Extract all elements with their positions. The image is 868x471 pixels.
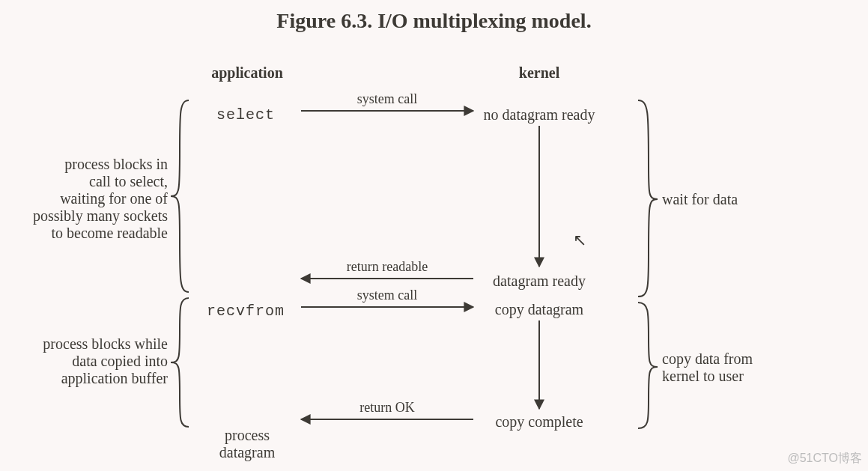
diagram-stage: { "title": "Figure 6.3. I/O multiplexing… — [0, 0, 868, 471]
left-upper-brace-path — [171, 100, 189, 292]
right-lower-brace-path — [638, 303, 658, 428]
left-lower-brace-path — [171, 298, 189, 427]
diagram-svg — [0, 0, 868, 471]
right-upper-brace-path — [638, 100, 658, 297]
